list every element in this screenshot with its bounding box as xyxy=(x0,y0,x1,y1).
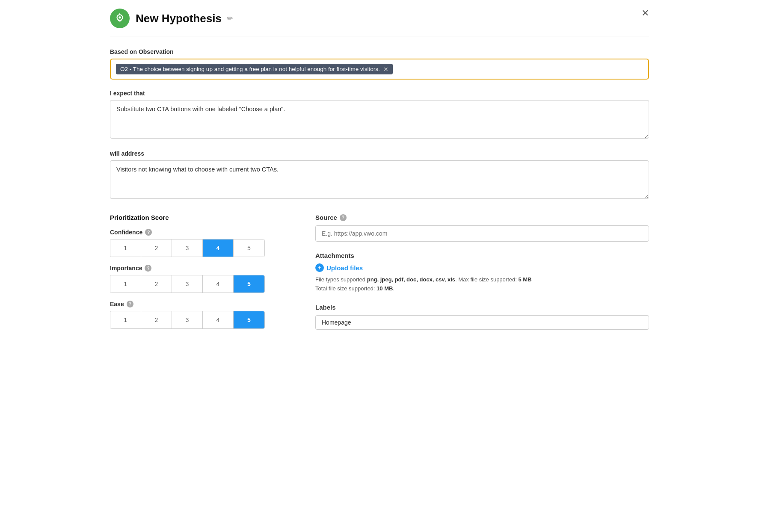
expect-label: I expect that xyxy=(110,90,649,97)
ease-btn-4[interactable]: 4 xyxy=(203,311,234,328)
labels-section: Labels Homepage xyxy=(315,304,649,330)
importance-btn-5[interactable]: 5 xyxy=(234,275,264,293)
address-textarea[interactable]: Visitors not knowing what to choose with… xyxy=(110,160,649,199)
observation-tag-text: O2 - The choice between signing up and g… xyxy=(120,66,380,72)
ease-btn-2[interactable]: 2 xyxy=(141,311,172,328)
label-tag: Homepage xyxy=(315,315,649,330)
page-container: New Hypothesis ✏ ✕ Based on Observation … xyxy=(97,0,662,357)
total-file-label: Total file size supported: xyxy=(315,285,377,292)
confidence-btn-4[interactable]: 4 xyxy=(203,239,234,257)
edit-icon[interactable]: ✏ xyxy=(227,14,233,23)
ease-help-icon[interactable]: ? xyxy=(127,301,133,307)
source-label: Source ? xyxy=(315,214,649,221)
importance-btn-3[interactable]: 3 xyxy=(172,275,203,293)
attachments-title: Attachments xyxy=(315,252,649,259)
importance-group: Importance ? 1 2 3 4 5 xyxy=(110,265,290,293)
source-input[interactable] xyxy=(315,225,649,242)
importance-score-buttons: 1 2 3 4 5 xyxy=(110,275,265,293)
address-section: will address Visitors not knowing what t… xyxy=(110,150,649,200)
file-info-prefix: File types supported xyxy=(315,276,367,283)
confidence-btn-5[interactable]: 5 xyxy=(234,239,264,257)
confidence-score-buttons: 1 2 3 4 5 xyxy=(110,239,265,257)
max-file-val: 5 MB xyxy=(518,276,531,283)
max-file-label: . Max file size supported: xyxy=(455,276,518,283)
ease-score-buttons: 1 2 3 4 5 xyxy=(110,311,265,329)
source-section: Source ? xyxy=(315,214,649,242)
ease-btn-5[interactable]: 5 xyxy=(234,311,264,328)
observation-section: Based on Observation O2 - The choice bet… xyxy=(110,48,649,80)
ease-label: Ease ? xyxy=(110,301,290,307)
page-title: New Hypothesis xyxy=(136,12,222,25)
attachments-section: Attachments + Upload files File types su… xyxy=(315,252,649,293)
two-col-section: Prioritization Score Confidence ? 1 2 3 … xyxy=(110,214,649,340)
importance-label: Importance ? xyxy=(110,265,290,272)
form-content: Based on Observation O2 - The choice bet… xyxy=(110,48,649,340)
observation-tag-close[interactable]: ✕ xyxy=(383,66,388,72)
source-help-icon[interactable]: ? xyxy=(340,214,347,221)
observation-box: O2 - The choice between signing up and g… xyxy=(110,59,649,80)
page-header: New Hypothesis ✏ ✕ xyxy=(110,9,649,36)
file-types: png, jpeg, pdf, doc, docx, csv, xls xyxy=(367,276,455,283)
expect-textarea[interactable]: Substitute two CTA buttons with one labe… xyxy=(110,100,649,139)
expect-section: I expect that Substitute two CTA buttons… xyxy=(110,90,649,140)
close-button[interactable]: ✕ xyxy=(641,9,649,18)
importance-btn-1[interactable]: 1 xyxy=(110,275,141,293)
app-logo xyxy=(110,9,130,28)
confidence-btn-3[interactable]: 3 xyxy=(172,239,203,257)
upload-plus-icon: + xyxy=(315,263,324,272)
observation-label: Based on Observation xyxy=(110,48,649,55)
labels-title: Labels xyxy=(315,304,649,311)
upload-files-button[interactable]: + Upload files xyxy=(315,263,363,272)
address-label: will address xyxy=(110,150,649,157)
observation-tag: O2 - The choice between signing up and g… xyxy=(116,64,393,74)
importance-help-icon[interactable]: ? xyxy=(145,265,151,272)
right-col: Source ? Attachments + Upload files File… xyxy=(315,214,649,340)
prioritization-col: Prioritization Score Confidence ? 1 2 3 … xyxy=(110,214,290,337)
confidence-label: Confidence ? xyxy=(110,229,290,236)
total-file-val: 10 MB xyxy=(377,285,393,292)
upload-label: Upload files xyxy=(326,264,363,272)
ease-btn-1[interactable]: 1 xyxy=(110,311,141,328)
ease-group: Ease ? 1 2 3 4 5 xyxy=(110,301,290,329)
ease-btn-3[interactable]: 3 xyxy=(172,311,203,328)
label-value: Homepage xyxy=(322,319,351,326)
svg-point-2 xyxy=(119,16,121,18)
confidence-help-icon[interactable]: ? xyxy=(145,229,152,236)
file-info: File types supported png, jpeg, pdf, doc… xyxy=(315,275,649,293)
confidence-btn-1[interactable]: 1 xyxy=(110,239,141,257)
importance-btn-4[interactable]: 4 xyxy=(203,275,234,293)
confidence-group: Confidence ? 1 2 3 4 5 xyxy=(110,229,290,257)
confidence-btn-2[interactable]: 2 xyxy=(141,239,172,257)
importance-btn-2[interactable]: 2 xyxy=(141,275,172,293)
prioritization-title: Prioritization Score xyxy=(110,214,290,221)
